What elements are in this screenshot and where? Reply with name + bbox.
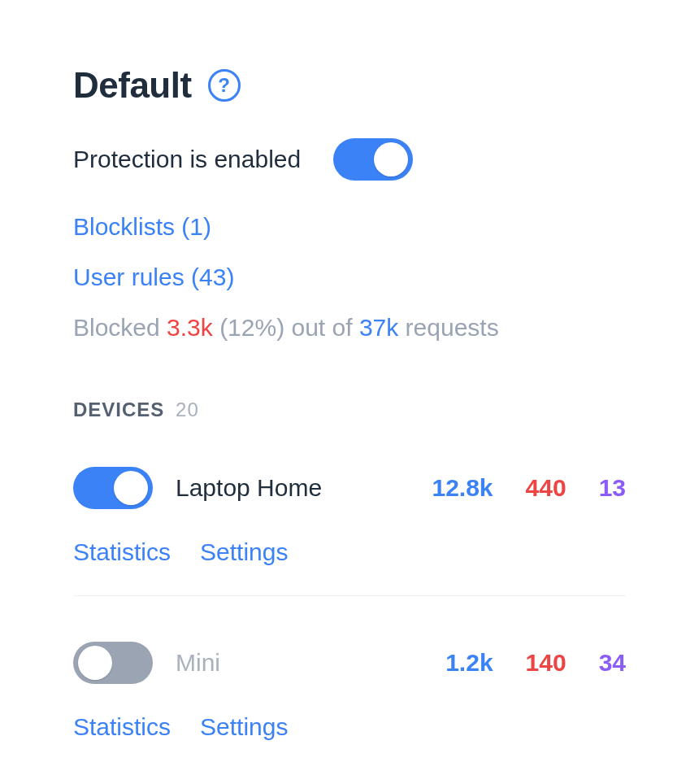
toggle-knob	[114, 471, 148, 505]
device-item: Mini 1.2k 140 34 Statistics Settings	[73, 642, 626, 741]
device-toggle[interactable]	[73, 467, 153, 509]
summary-total-count: 37k	[359, 314, 398, 341]
device-stat-other: 13	[599, 474, 626, 502]
divider	[73, 595, 626, 596]
device-settings-link[interactable]: Settings	[200, 538, 288, 566]
page-title: Default	[73, 65, 192, 106]
summary-percent: (12%)	[213, 314, 292, 341]
device-statistics-link[interactable]: Statistics	[73, 538, 171, 566]
toggle-knob	[78, 646, 112, 680]
blocked-summary: Blocked 3.3k (12%) out of 37k requests	[73, 314, 626, 342]
protection-status-text: Protection is enabled	[73, 146, 301, 173]
device-name: Laptop Home	[176, 474, 322, 502]
summary-blocked-count: 3.3k	[167, 314, 213, 341]
toggle-knob	[374, 142, 408, 176]
device-stat-blocked: 440	[526, 474, 567, 502]
devices-header: DEVICES 20	[73, 399, 626, 421]
summary-prefix: Blocked	[73, 314, 167, 341]
blocklists-link[interactable]: Blocklists (1)	[73, 213, 626, 241]
device-stat-other: 34	[599, 649, 626, 677]
help-icon[interactable]: ?	[208, 69, 241, 102]
device-toggle[interactable]	[73, 642, 153, 684]
device-stat-blocked: 140	[526, 649, 567, 677]
devices-label: DEVICES	[73, 399, 164, 420]
protection-toggle[interactable]	[333, 138, 413, 181]
summary-mid: out of	[292, 314, 359, 341]
device-settings-link[interactable]: Settings	[200, 713, 288, 741]
device-stat-requests: 1.2k	[445, 649, 493, 677]
user-rules-link[interactable]: User rules (43)	[73, 264, 626, 291]
help-question-glyph: ?	[218, 76, 230, 95]
device-name: Mini	[176, 649, 220, 677]
device-stat-requests: 12.8k	[432, 474, 493, 502]
device-statistics-link[interactable]: Statistics	[73, 713, 171, 741]
devices-count: 20	[176, 399, 199, 420]
summary-suffix: requests	[398, 314, 498, 341]
device-item: Laptop Home 12.8k 440 13 Statistics Sett…	[73, 467, 626, 566]
